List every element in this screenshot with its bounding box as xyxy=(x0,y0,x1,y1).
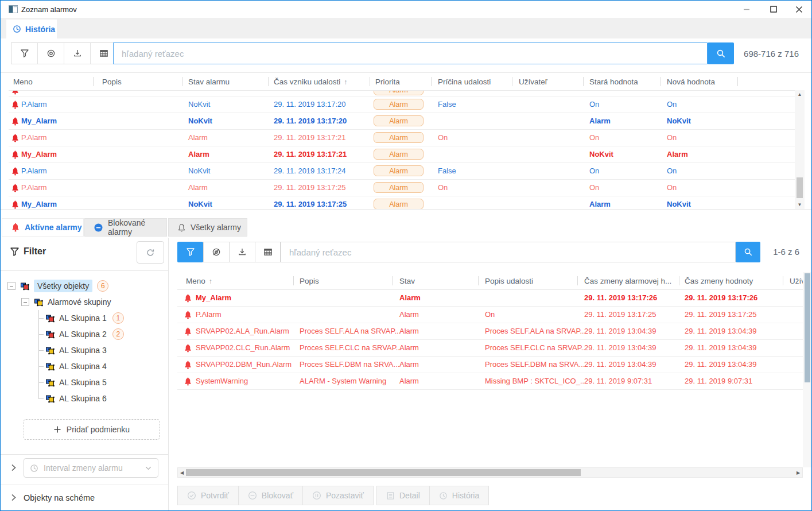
col-uzivatel-cut[interactable]: Užíva xyxy=(790,277,803,286)
chevron-right-icon[interactable] xyxy=(10,493,17,502)
active-table-body: My_Alarm Alarm 29. 11. 2019 13:17:26 29.… xyxy=(177,290,803,390)
pozastavit-button[interactable]: Pozastaviť xyxy=(303,486,373,505)
col-meno[interactable]: Meno xyxy=(13,78,33,87)
col-nova-hodnota[interactable]: Nová hodnota xyxy=(667,78,715,87)
tree-connector xyxy=(38,398,44,399)
col-uzivatel[interactable]: Užívateľ xyxy=(519,78,547,87)
export-download-button[interactable] xyxy=(229,242,255,262)
export-download-button[interactable] xyxy=(64,43,91,64)
col-stara-hodnota[interactable]: Stará hodnota xyxy=(589,78,638,87)
collapse-icon[interactable] xyxy=(21,298,29,306)
history-table-row[interactable]: P.Alarm NoKvit 29. 11. 2019 13:17:20 Ala… xyxy=(9,96,795,113)
tab-historia[interactable]: História xyxy=(6,20,57,38)
col-cas-vzniku[interactable]: Čas vzniku udalosti↑ xyxy=(274,78,347,87)
tab-blokovane-alarmy[interactable]: Blokované alarmy xyxy=(84,218,167,237)
tree-item-al-skupina[interactable]: AL Skupina 4 xyxy=(1,358,168,374)
historia-button[interactable]: História xyxy=(430,486,488,505)
history-search-input[interactable] xyxy=(113,42,708,64)
tree-item-al-skupina[interactable]: AL Skupina 2 2 xyxy=(1,326,168,342)
collapse-icon[interactable] xyxy=(7,282,15,290)
search-button[interactable] xyxy=(708,42,734,64)
detail-buttons: Detail História xyxy=(376,486,489,505)
col-priorita[interactable]: Priorita xyxy=(375,78,400,87)
cell-stav: Alarm xyxy=(188,146,209,162)
add-condition-button[interactable]: Pridať podmienku xyxy=(24,419,160,440)
visibility-off-button[interactable] xyxy=(203,242,229,262)
app-icon xyxy=(9,5,18,13)
priority-badge: Alarm xyxy=(374,149,424,160)
cell-meno: SRVAPP02.ALA_Run.Alarm xyxy=(196,323,289,339)
tree-item-alarmove-skupiny[interactable]: Alarmové skupiny xyxy=(1,294,168,310)
filter-button-active[interactable] xyxy=(177,242,203,262)
col-meno[interactable]: Meno↑ xyxy=(186,277,212,286)
tree-item-al-skupina[interactable]: AL Skupina 3 xyxy=(1,342,168,358)
col-stav-alarmu[interactable]: Stav alarmu xyxy=(188,78,230,87)
history-table-row[interactable]: My_Alarm Alarm 29. 11. 2019 13:17:21 Ala… xyxy=(9,146,795,163)
scroll-down-icon[interactable]: ▼ xyxy=(795,200,805,209)
refresh-button[interactable] xyxy=(137,241,164,264)
tree-item-al-skupina[interactable]: AL Skupina 6 xyxy=(1,390,168,407)
cell-pricina: On xyxy=(438,130,448,146)
alarm-bell-icon xyxy=(184,294,192,303)
active-vertical-scrollbar[interactable] xyxy=(803,272,812,467)
objects-on-scheme-label[interactable]: Objekty na schéme xyxy=(24,493,95,502)
history-table-row[interactable]: P.Alarm NoKvit 29. 11. 2019 13:17:24 Ala… xyxy=(9,163,795,180)
cell-cas-zmeny-hodnoty: 29. 11. 2019 13:04:39 xyxy=(685,357,757,373)
col-popis[interactable]: Popis xyxy=(102,78,122,87)
cell-popis-udalosti: Proces SELF.DBM na SRVA... xyxy=(485,357,585,373)
detail-button[interactable]: Detail xyxy=(377,486,430,505)
cell-stara-hodnota: NoKvit xyxy=(589,146,613,162)
col-pricina[interactable]: Príčina udalosti xyxy=(438,78,491,87)
bell-red-icon xyxy=(11,223,20,232)
active-table-row[interactable]: SRVAPP02.ALA_Run.Alarm Proces SELF.ALA n… xyxy=(177,323,803,340)
table-columns-button[interactable] xyxy=(255,242,281,262)
col-popis-udalosti[interactable]: Popis udalosti xyxy=(485,277,533,286)
history-table-row[interactable]: P.Alarm Alarm 29. 11. 2019 13:17:25 Alar… xyxy=(9,180,795,196)
alarm-bell-icon xyxy=(11,184,19,192)
history-vertical-scrollbar[interactable]: ▲ ▼ xyxy=(795,90,805,209)
blokovat-button[interactable]: Blokovať xyxy=(239,486,303,505)
alarm-bell-icon xyxy=(11,200,19,209)
cell-cas-zmeny-alarmovej: 29. 11. 2019 13:04:39 xyxy=(584,340,656,356)
filter-button[interactable] xyxy=(11,43,38,64)
scroll-left-icon[interactable]: ◀ xyxy=(178,468,186,477)
active-table-row[interactable]: P.Alarm Alarm On 29. 11. 2019 13:17:25 2… xyxy=(177,307,803,323)
alarm-bell-icon xyxy=(184,294,192,303)
minimize-button[interactable] xyxy=(734,1,759,18)
interval-zmeny-alarmu-select[interactable]: Interval zmeny alarmu xyxy=(24,458,158,478)
active-search-input[interactable] xyxy=(281,242,736,262)
chevron-right-icon[interactable] xyxy=(10,463,17,472)
active-table-row[interactable]: SystemWarning ALARM - System Warning Ala… xyxy=(177,373,803,390)
col-stav[interactable]: Stav xyxy=(399,277,415,286)
tree-item-al-skupina[interactable]: AL Skupina 1 1 xyxy=(1,310,168,326)
tab-aktivne-alarmy[interactable]: Aktívne alarmy xyxy=(2,218,84,237)
minus-circle-icon xyxy=(248,491,257,500)
scroll-up-icon[interactable]: ▲ xyxy=(795,90,805,99)
maximize-button[interactable] xyxy=(761,1,786,18)
tree-item-al-skupina[interactable]: AL Skupina 5 xyxy=(1,374,168,390)
active-table-row[interactable]: My_Alarm Alarm 29. 11. 2019 13:17:26 29.… xyxy=(177,290,803,307)
tree-connector xyxy=(38,350,44,351)
active-table-row[interactable]: SRVAPP02.CLC_Run.Alarm Proces SELF.CLC n… xyxy=(177,340,803,357)
close-button[interactable] xyxy=(786,1,811,18)
history-table-row[interactable]: My_Alarm NoKvit 29. 11. 2019 13:17:25 Al… xyxy=(9,196,795,209)
scrollbar-thumb[interactable] xyxy=(186,469,581,476)
col-cas-zmeny-hodnoty[interactable]: Čas zmeny hodnoty xyxy=(685,277,753,286)
col-popis[interactable]: Popis xyxy=(300,277,319,286)
search-button[interactable] xyxy=(736,242,760,262)
scroll-right-icon[interactable]: ▶ xyxy=(794,468,802,477)
scrollbar-thumb[interactable] xyxy=(797,177,803,198)
alarm-bell-icon xyxy=(184,344,192,353)
tab-vsetky-alarmy[interactable]: Všetky alarmy xyxy=(168,218,247,237)
scrollbar-thumb[interactable] xyxy=(805,273,810,382)
potvrdit-button[interactable]: Potvrdiť xyxy=(178,486,239,505)
visibility-button[interactable] xyxy=(38,43,64,64)
tree-item-vsetky-objekty[interactable]: Všetky objekty 6 xyxy=(1,278,168,294)
history-table-row[interactable]: My_Alarm NoKvit 29. 11. 2019 13:17:20 Al… xyxy=(9,113,795,130)
history-table-row[interactable]: P.Alarm Alarm 29. 11. 2019 13:17:21 Alar… xyxy=(9,130,795,146)
history-table-row-clipped[interactable]: Alarm xyxy=(9,91,795,96)
active-horizontal-scrollbar[interactable]: ◀ ▶ xyxy=(177,467,803,478)
cell-cas-zmeny-hodnoty: 29. 11. 2019 13:17:26 xyxy=(685,290,757,306)
active-table-row[interactable]: SRVAPP02.DBM_Run.Alarm Proces SELF.DBM n… xyxy=(177,357,803,373)
col-cas-zmeny-alarmovej[interactable]: Čas zmeny alarmovej h... xyxy=(584,277,671,286)
